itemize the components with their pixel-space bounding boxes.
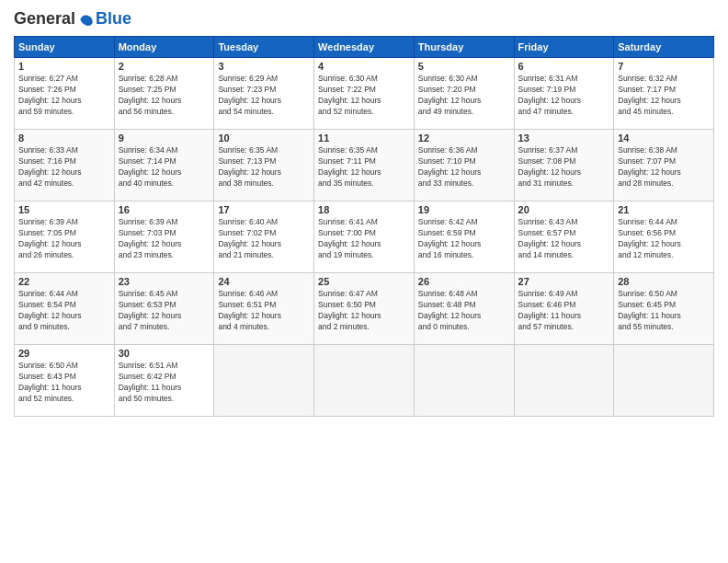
table-row: 5Sunrise: 6:30 AM Sunset: 7:20 PM Daylig… xyxy=(414,58,514,130)
table-row: 15Sunrise: 6:39 AM Sunset: 7:05 PM Dayli… xyxy=(15,201,115,273)
day-number: 4 xyxy=(318,61,410,72)
logo-icon xyxy=(77,10,96,29)
day-number: 20 xyxy=(518,204,610,215)
table-row: 21Sunrise: 6:44 AM Sunset: 6:56 PM Dayli… xyxy=(614,201,714,273)
table-row: 8Sunrise: 6:33 AM Sunset: 7:16 PM Daylig… xyxy=(15,130,115,201)
day-info: Sunrise: 6:30 AM Sunset: 7:22 PM Dayligh… xyxy=(318,74,410,118)
day-number: 18 xyxy=(318,204,410,215)
day-info: Sunrise: 6:51 AM Sunset: 6:42 PM Dayligh… xyxy=(119,361,210,405)
day-number: 21 xyxy=(618,204,710,215)
day-info: Sunrise: 6:44 AM Sunset: 6:54 PM Dayligh… xyxy=(18,289,110,333)
table-row: 28Sunrise: 6:50 AM Sunset: 6:45 PM Dayli… xyxy=(614,273,714,345)
table-row: 2Sunrise: 6:28 AM Sunset: 7:25 PM Daylig… xyxy=(114,58,214,130)
col-monday: Monday xyxy=(114,37,214,58)
header: General Blue xyxy=(14,9,714,29)
day-info: Sunrise: 6:40 AM Sunset: 7:02 PM Dayligh… xyxy=(218,217,310,261)
day-number: 23 xyxy=(119,276,210,287)
day-number: 19 xyxy=(418,204,510,215)
logo-text: General Blue xyxy=(14,9,131,29)
col-thursday: Thursday xyxy=(414,37,514,58)
table-row: 26Sunrise: 6:48 AM Sunset: 6:48 PM Dayli… xyxy=(414,273,514,345)
day-number: 28 xyxy=(618,276,710,287)
day-number: 7 xyxy=(618,61,710,72)
day-number: 10 xyxy=(218,132,310,144)
table-row: 27Sunrise: 6:49 AM Sunset: 6:46 PM Dayli… xyxy=(514,273,614,345)
day-number: 8 xyxy=(18,132,110,144)
day-info: Sunrise: 6:41 AM Sunset: 7:00 PM Dayligh… xyxy=(318,217,410,261)
day-number: 26 xyxy=(418,276,510,287)
table-row: 17Sunrise: 6:40 AM Sunset: 7:02 PM Dayli… xyxy=(214,201,314,273)
day-number: 27 xyxy=(518,276,610,287)
calendar-week-row: 1Sunrise: 6:27 AM Sunset: 7:26 PM Daylig… xyxy=(15,58,714,130)
day-info: Sunrise: 6:49 AM Sunset: 6:46 PM Dayligh… xyxy=(518,289,610,333)
table-row: 25Sunrise: 6:47 AM Sunset: 6:50 PM Dayli… xyxy=(314,273,415,345)
col-sunday: Sunday xyxy=(15,37,115,58)
table-row: 1Sunrise: 6:27 AM Sunset: 7:26 PM Daylig… xyxy=(15,58,115,130)
col-wednesday: Wednesday xyxy=(314,37,415,58)
day-info: Sunrise: 6:50 AM Sunset: 6:45 PM Dayligh… xyxy=(618,289,710,333)
table-row: 18Sunrise: 6:41 AM Sunset: 7:00 PM Dayli… xyxy=(314,201,415,273)
day-info: Sunrise: 6:48 AM Sunset: 6:48 PM Dayligh… xyxy=(418,289,510,333)
day-number: 16 xyxy=(119,204,210,215)
table-row xyxy=(614,345,714,417)
day-info: Sunrise: 6:34 AM Sunset: 7:14 PM Dayligh… xyxy=(119,145,210,190)
table-row: 10Sunrise: 6:35 AM Sunset: 7:13 PM Dayli… xyxy=(214,130,314,201)
table-row: 19Sunrise: 6:42 AM Sunset: 6:59 PM Dayli… xyxy=(414,201,514,273)
day-number: 6 xyxy=(518,61,610,72)
day-info: Sunrise: 6:32 AM Sunset: 7:17 PM Dayligh… xyxy=(618,74,710,118)
day-info: Sunrise: 6:37 AM Sunset: 7:08 PM Dayligh… xyxy=(518,145,610,190)
table-row xyxy=(414,345,514,417)
day-info: Sunrise: 6:28 AM Sunset: 7:25 PM Dayligh… xyxy=(119,74,210,118)
table-row: 11Sunrise: 6:35 AM Sunset: 7:11 PM Dayli… xyxy=(314,130,415,201)
table-row: 3Sunrise: 6:29 AM Sunset: 7:23 PM Daylig… xyxy=(214,58,314,130)
table-row: 24Sunrise: 6:46 AM Sunset: 6:51 PM Dayli… xyxy=(214,273,314,345)
day-info: Sunrise: 6:47 AM Sunset: 6:50 PM Dayligh… xyxy=(318,289,410,333)
table-row: 16Sunrise: 6:39 AM Sunset: 7:03 PM Dayli… xyxy=(114,201,214,273)
table-row xyxy=(314,345,415,417)
table-row: 29Sunrise: 6:50 AM Sunset: 6:43 PM Dayli… xyxy=(15,345,115,417)
day-info: Sunrise: 6:29 AM Sunset: 7:23 PM Dayligh… xyxy=(218,74,310,118)
day-number: 5 xyxy=(418,61,510,72)
day-info: Sunrise: 6:35 AM Sunset: 7:11 PM Dayligh… xyxy=(318,145,410,190)
day-number: 22 xyxy=(18,276,110,287)
day-number: 29 xyxy=(18,348,110,359)
day-info: Sunrise: 6:45 AM Sunset: 6:53 PM Dayligh… xyxy=(119,289,210,333)
day-info: Sunrise: 6:44 AM Sunset: 6:56 PM Dayligh… xyxy=(618,217,710,261)
day-info: Sunrise: 6:42 AM Sunset: 6:59 PM Dayligh… xyxy=(418,217,510,261)
day-number: 25 xyxy=(318,276,410,287)
day-number: 9 xyxy=(119,132,210,144)
logo-blue: Blue xyxy=(96,9,131,29)
calendar-week-row: 8Sunrise: 6:33 AM Sunset: 7:16 PM Daylig… xyxy=(15,130,714,201)
day-number: 30 xyxy=(119,348,210,359)
day-number: 2 xyxy=(119,61,210,72)
day-number: 12 xyxy=(418,132,510,144)
table-row: 12Sunrise: 6:36 AM Sunset: 7:10 PM Dayli… xyxy=(414,130,514,201)
table-row: 14Sunrise: 6:38 AM Sunset: 7:07 PM Dayli… xyxy=(614,130,714,201)
day-info: Sunrise: 6:39 AM Sunset: 7:05 PM Dayligh… xyxy=(18,217,110,261)
day-info: Sunrise: 6:38 AM Sunset: 7:07 PM Dayligh… xyxy=(618,145,710,190)
day-info: Sunrise: 6:33 AM Sunset: 7:16 PM Dayligh… xyxy=(18,145,110,190)
table-row: 30Sunrise: 6:51 AM Sunset: 6:42 PM Dayli… xyxy=(114,345,214,417)
day-number: 15 xyxy=(18,204,110,215)
day-info: Sunrise: 6:36 AM Sunset: 7:10 PM Dayligh… xyxy=(418,145,510,190)
day-info: Sunrise: 6:35 AM Sunset: 7:13 PM Dayligh… xyxy=(218,145,310,190)
day-info: Sunrise: 6:50 AM Sunset: 6:43 PM Dayligh… xyxy=(18,361,110,405)
table-row: 13Sunrise: 6:37 AM Sunset: 7:08 PM Dayli… xyxy=(514,130,614,201)
day-info: Sunrise: 6:39 AM Sunset: 7:03 PM Dayligh… xyxy=(119,217,210,261)
day-number: 11 xyxy=(318,132,410,144)
day-info: Sunrise: 6:43 AM Sunset: 6:57 PM Dayligh… xyxy=(518,217,610,261)
logo: General Blue xyxy=(14,9,131,29)
table-row: 9Sunrise: 6:34 AM Sunset: 7:14 PM Daylig… xyxy=(114,130,214,201)
calendar-week-row: 15Sunrise: 6:39 AM Sunset: 7:05 PM Dayli… xyxy=(15,201,714,273)
col-saturday: Saturday xyxy=(614,37,714,58)
col-friday: Friday xyxy=(514,37,614,58)
day-info: Sunrise: 6:31 AM Sunset: 7:19 PM Dayligh… xyxy=(518,74,610,118)
table-row: 4Sunrise: 6:30 AM Sunset: 7:22 PM Daylig… xyxy=(314,58,415,130)
day-number: 1 xyxy=(18,61,110,72)
day-info: Sunrise: 6:27 AM Sunset: 7:26 PM Dayligh… xyxy=(18,74,110,118)
day-info: Sunrise: 6:30 AM Sunset: 7:20 PM Dayligh… xyxy=(418,74,510,118)
day-info: Sunrise: 6:46 AM Sunset: 6:51 PM Dayligh… xyxy=(218,289,310,333)
calendar-table: Sunday Monday Tuesday Wednesday Thursday… xyxy=(14,36,714,417)
logo-general: General xyxy=(14,9,75,29)
day-number: 14 xyxy=(618,132,710,144)
